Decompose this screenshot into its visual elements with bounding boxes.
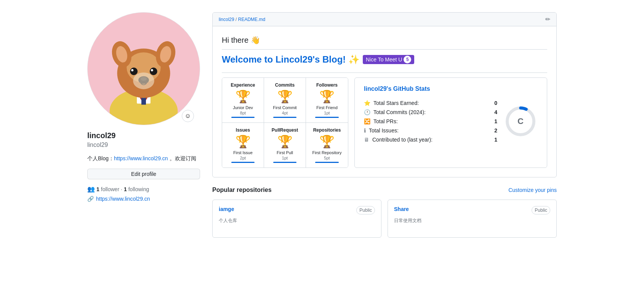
repos-grid: iamge Public 个人仓库 Share Public 日常使用文档 [212, 200, 557, 238]
svg-point-15 [151, 69, 153, 71]
username-handle: lincol29 [87, 142, 200, 148]
stats-grid: Experience 🏆 Junior Dev 8pt Commits 🏆 Fi… [222, 77, 547, 168]
readme-file-link[interactable]: README.md [238, 17, 265, 22]
divider-2 [222, 72, 547, 73]
svg-text:C: C [517, 116, 524, 126]
stat-prs: 🔀 Total PRs: 1 [364, 117, 497, 126]
stats-layout: ⭐ Total Stars Earned: 0 🕐 Total Commits … [364, 98, 538, 144]
repo-visibility-share: Public [532, 206, 550, 214]
github-stats-title: lincol29's GitHub Stats [364, 85, 538, 92]
stats-list: ⭐ Total Stars Earned: 0 🕐 Total Commits … [364, 98, 497, 144]
welcome-heading: Welcome to Lincol29's Blog! ✨ Nice To Me… [222, 54, 547, 65]
svg-point-12 [130, 68, 138, 75]
svg-point-14 [131, 69, 133, 71]
achievement-issues: Issues 🏆 First Issue 2pt [222, 123, 264, 168]
clock-icon: 🕐 [364, 109, 370, 115]
hi-there-text: Hi there 👋 [222, 35, 547, 45]
github-stats-panel: lincol29's GitHub Stats ⭐ Total Stars Ea… [354, 77, 547, 168]
following-link[interactable]: 1 [124, 186, 127, 192]
achievement-experience: Experience 🏆 Junior Dev 8pt [222, 78, 264, 123]
trophy-c-icon: 🏆 [312, 89, 342, 104]
stat-stars: ⭐ Total Stars Earned: 0 [364, 98, 497, 108]
achievement-followers: Followers 🏆 First Friend 1pt [306, 78, 348, 123]
monitor-icon: 🖥 [364, 137, 369, 143]
achievements-grid: Experience 🏆 Junior Dev 8pt Commits 🏆 Fi… [222, 77, 348, 168]
repo-card-iamge: iamge Public 个人仓库 [212, 200, 381, 238]
trophy-c-icon: 🏆 [270, 89, 300, 104]
trophy-c-icon: 🏆 [312, 134, 342, 149]
repo-name-share[interactable]: Share [394, 206, 409, 212]
avatar-emoji-button[interactable]: ☺ [182, 110, 194, 122]
achievement-bar [231, 162, 255, 163]
followers-icon: 👥 [87, 185, 95, 193]
avatar-container: ☺ [87, 12, 200, 125]
avatar [87, 12, 200, 125]
welcome-text: Welcome to Lincol29's Blog! ✨ [222, 54, 360, 65]
popular-repos-header: Popular repositories Customize your pins [212, 187, 557, 193]
achievement-bar [315, 117, 339, 118]
stat-commits: 🕐 Total Commits (2024): 4 [364, 108, 497, 117]
username-display: lincol29 [87, 131, 200, 140]
link-icon: 🔗 [87, 196, 94, 202]
trophy-b-icon: 🏆 [228, 89, 258, 104]
stat-issues: ℹ Total Issues: 2 [364, 126, 497, 135]
achievement-bar [273, 117, 297, 118]
repo-desc-share: 日常使用文档 [394, 217, 550, 224]
readme-card: lincol29 / README.md ✏ Hi there 👋 Welcom… [212, 12, 557, 177]
main-content: lincol29 / README.md ✏ Hi there 👋 Welcom… [212, 12, 557, 238]
achievement-bar [315, 162, 339, 163]
follower-info: 👥 1 follower · 1 following [87, 185, 200, 193]
stat-contributed: 🖥 Contributed to (last year): 1 [364, 135, 497, 144]
readme-path: lincol29 / README.md [219, 17, 265, 22]
issues-icon: ℹ [364, 127, 366, 134]
trophy-c-icon: 🏆 [228, 134, 258, 149]
repo-card-share: Share Public 日常使用文档 [388, 200, 557, 238]
donut-chart: C [503, 98, 538, 144]
achievement-repositories: Repositories 🏆 First Repository 5pt [306, 123, 348, 168]
readme-user-link[interactable]: lincol29 [219, 17, 234, 22]
repo-card-header: Share Public [394, 206, 550, 214]
badge-count: 5 [404, 56, 411, 63]
bio-text: 个人Blog：https://www.lincol29.cn 。欢迎订阅 [87, 155, 200, 163]
repo-desc-iamge: 个人仓库 [219, 217, 375, 224]
popular-repos-title: Popular repositories [212, 187, 272, 193]
star-icon: ⭐ [364, 100, 370, 106]
trophy-c-icon: 🏆 [270, 134, 300, 149]
pr-icon: 🔀 [364, 118, 370, 124]
repo-visibility-iamge: Public [356, 206, 375, 214]
repo-name-iamge[interactable]: iamge [219, 206, 234, 212]
svg-point-13 [150, 68, 157, 75]
divider-1 [222, 49, 547, 50]
badge-text: Nice To Meet U [366, 56, 402, 63]
readme-header: lincol29 / README.md ✏ [213, 13, 556, 26]
website-url[interactable]: https://www.lincol29.cn [96, 196, 150, 202]
nice-to-meet-badge: Nice To Meet U 5 [363, 55, 414, 64]
edit-readme-icon[interactable]: ✏ [545, 16, 550, 23]
customize-pins-link[interactable]: Customize your pins [508, 187, 557, 193]
bio-link[interactable]: https://www.lincol29.cn [114, 155, 168, 161]
sidebar: ☺ lincol29 lincol29 个人Blog：https://www.l… [87, 12, 200, 238]
readme-body: Hi there 👋 Welcome to Lincol29's Blog! ✨… [213, 26, 556, 177]
achievement-bar [231, 117, 255, 118]
repo-card-header: iamge Public [219, 206, 375, 214]
website-link-container: 🔗 https://www.lincol29.cn [87, 196, 200, 202]
edit-profile-button[interactable]: Edit profile [87, 169, 200, 179]
followers-link[interactable]: 1 [96, 186, 99, 192]
achievement-bar [273, 162, 297, 163]
achievement-pullrequest: PullRequest 🏆 First Pull 1pt [264, 123, 306, 168]
achievement-commits: Commits 🏆 First Commit 4pt [264, 78, 306, 123]
svg-point-18 [133, 72, 154, 89]
